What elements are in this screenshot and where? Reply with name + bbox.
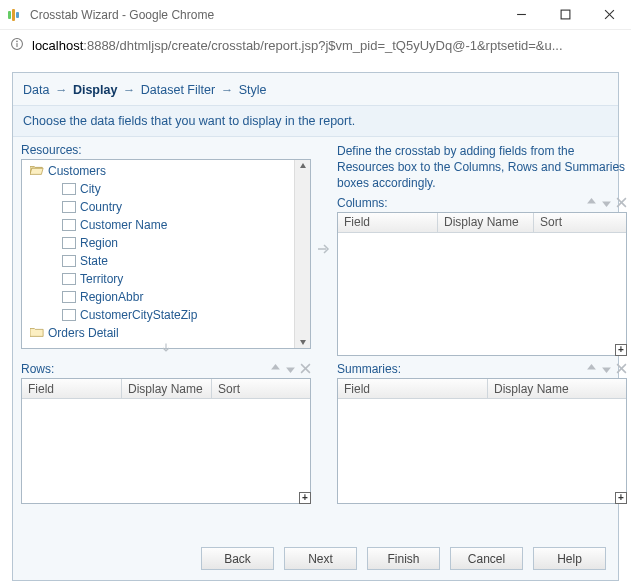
col-header-sort: Sort — [534, 215, 568, 229]
tree-item-label: City — [80, 182, 101, 196]
tree-item[interactable]: Country — [26, 198, 306, 216]
col-header-sort: Sort — [212, 382, 246, 396]
move-down-icon[interactable] — [601, 363, 612, 377]
chevron-right-icon: → — [55, 83, 68, 97]
wizard-panel: Data → Display → Dataset Filter → Style … — [12, 72, 619, 581]
wizard-prompt: Choose the data fields that you want to … — [13, 105, 618, 137]
col-header-display: Display Name — [488, 382, 575, 396]
col-header-display: Display Name — [122, 382, 209, 396]
chrome-app-icon — [8, 7, 24, 23]
url-host: localhost — [32, 38, 83, 53]
tree-item[interactable]: State — [26, 252, 306, 270]
step-filter[interactable]: Dataset Filter — [141, 83, 215, 97]
chevron-right-icon: → — [221, 83, 234, 97]
summaries-label: Summaries: — [337, 362, 401, 376]
step-display[interactable]: Display — [73, 83, 117, 97]
add-summary-button[interactable]: + — [615, 492, 627, 504]
folder-closed-icon — [30, 326, 44, 341]
tree-item-label: RegionAbbr — [80, 290, 143, 304]
svg-rect-6 — [16, 43, 17, 47]
rows-label: Rows: — [21, 362, 54, 376]
crosstab-description: Define the crosstab by adding fields fro… — [337, 143, 627, 192]
tree-item-label: State — [80, 254, 108, 268]
svg-rect-1 — [561, 10, 570, 19]
cancel-button[interactable]: Cancel — [450, 547, 523, 570]
scroll-up-icon[interactable] — [299, 162, 307, 170]
site-info-icon[interactable] — [10, 37, 24, 54]
tree-item[interactable]: Territory — [26, 270, 306, 288]
window-title: Crosstab Wizard - Google Chrome — [30, 8, 499, 22]
tree-item[interactable]: RegionAbbr — [26, 288, 306, 306]
remove-icon[interactable] — [300, 363, 311, 377]
field-icon — [62, 219, 76, 231]
columns-table[interactable]: Field Display Name Sort + — [337, 212, 627, 356]
tree-item-label: Customer Name — [80, 218, 167, 232]
tree-group[interactable]: Customers — [26, 162, 306, 180]
columns-label: Columns: — [337, 196, 388, 210]
remove-icon[interactable] — [616, 197, 627, 211]
finish-button[interactable]: Finish — [367, 547, 440, 570]
col-header-field: Field — [338, 382, 376, 396]
summaries-table[interactable]: Field Display Name + — [337, 378, 627, 504]
move-down-icon[interactable] — [601, 197, 612, 211]
folder-open-icon — [30, 164, 44, 179]
tree-item[interactable]: Customer Name — [26, 216, 306, 234]
tree-item-label: Region — [80, 236, 118, 250]
tree-group-label: Customers — [48, 164, 106, 178]
add-to-rows-button[interactable] — [158, 342, 174, 357]
back-button[interactable]: Back — [201, 547, 274, 570]
breadcrumb: Data → Display → Dataset Filter → Style — [13, 73, 618, 105]
scroll-down-icon[interactable] — [299, 338, 307, 346]
field-icon — [62, 201, 76, 213]
field-icon — [62, 273, 76, 285]
svg-point-5 — [16, 40, 18, 42]
move-up-icon[interactable] — [586, 197, 597, 211]
add-column-button[interactable]: + — [615, 344, 627, 356]
resources-label: Resources: — [21, 143, 311, 157]
minimize-button[interactable] — [499, 0, 543, 30]
tree-item[interactable]: Region — [26, 234, 306, 252]
tree-item-label: CustomerCityStateZip — [80, 308, 197, 322]
address-bar: localhost:8888/dhtmljsp/create/crosstab/… — [0, 30, 631, 60]
rows-table[interactable]: Field Display Name Sort + — [21, 378, 311, 504]
col-header-field: Field — [22, 382, 60, 396]
tree-group-label: Orders Detail — [48, 326, 119, 340]
field-icon — [62, 183, 76, 195]
tree-item-label: Country — [80, 200, 122, 214]
resources-tree[interactable]: Customers City Country Customer Name Reg… — [21, 159, 311, 349]
title-bar: Crosstab Wizard - Google Chrome — [0, 0, 631, 30]
chevron-right-icon: → — [123, 83, 136, 97]
step-data[interactable]: Data — [23, 83, 49, 97]
close-button[interactable] — [587, 0, 631, 30]
move-down-icon[interactable] — [285, 363, 296, 377]
tree-group[interactable]: Orders Detail — [26, 324, 306, 342]
tree-item-label: Territory — [80, 272, 123, 286]
move-up-icon[interactable] — [270, 363, 281, 377]
field-icon — [62, 237, 76, 249]
add-to-columns-button[interactable] — [316, 243, 332, 258]
url-path: :8888/dhtmljsp/create/crosstab/report.js… — [83, 38, 562, 53]
field-icon — [62, 309, 76, 321]
field-icon — [62, 291, 76, 303]
col-header-display: Display Name — [438, 215, 525, 229]
add-row-button[interactable]: + — [299, 492, 311, 504]
field-icon — [62, 255, 76, 267]
tree-item[interactable]: City — [26, 180, 306, 198]
next-button[interactable]: Next — [284, 547, 357, 570]
move-up-icon[interactable] — [586, 363, 597, 377]
col-header-field: Field — [338, 215, 376, 229]
scrollbar[interactable] — [294, 160, 310, 348]
tree-item[interactable]: CustomerCityStateZip — [26, 306, 306, 324]
help-button[interactable]: Help — [533, 547, 606, 570]
step-style[interactable]: Style — [239, 83, 267, 97]
remove-icon[interactable] — [616, 363, 627, 377]
maximize-button[interactable] — [543, 0, 587, 30]
